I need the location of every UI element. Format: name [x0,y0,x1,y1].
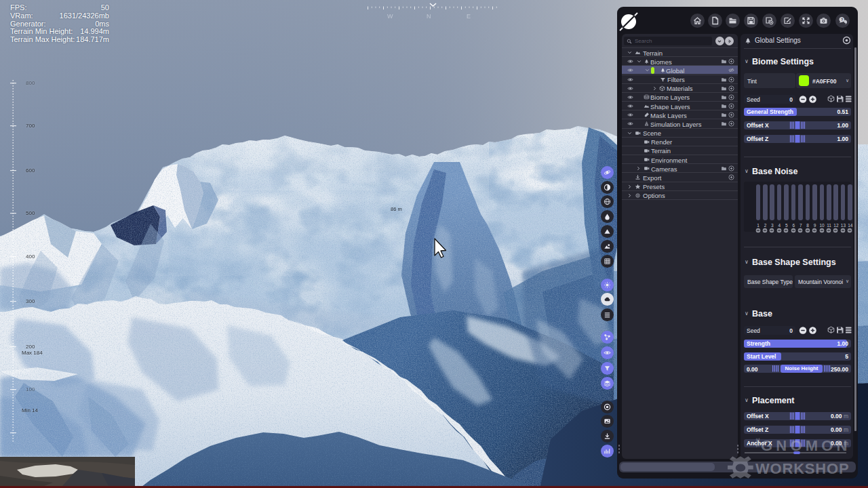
svg-text:THE: THE [755,438,760,447]
svg-text:WORKSHOP: WORKSHOP [755,460,849,477]
svg-text:N: N [427,13,431,20]
svg-text:86 m: 86 m [391,206,402,212]
svg-text:E: E [467,13,471,20]
svg-text:W: W [387,13,393,20]
svg-text:GNOMON: GNOMON [761,437,851,454]
